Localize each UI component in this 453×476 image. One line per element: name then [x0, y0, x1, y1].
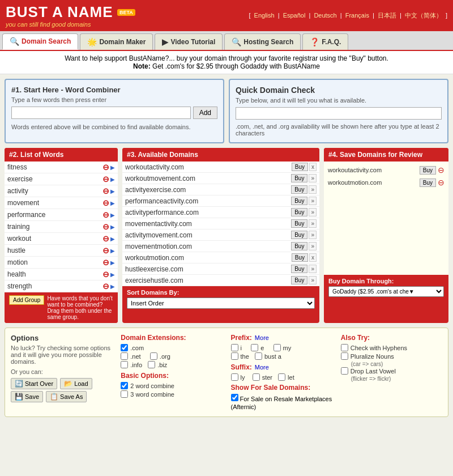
add-group-button[interactable]: Add Group [9, 295, 44, 305]
prefix-my-checkbox[interactable] [273, 344, 281, 351]
domain-buy-button[interactable]: Buy [291, 276, 307, 284]
word-arrow-button[interactable]: ▶ [110, 260, 115, 266]
suffix-ly-checkbox[interactable] [231, 373, 238, 381]
save-as-button[interactable]: 📋 Save As [46, 391, 87, 402]
domain-name: workoutactivity.com [125, 163, 292, 171]
lang-espanol[interactable]: Español [283, 12, 306, 19]
word-controls: ⊖ ▶ [102, 210, 115, 219]
tab-faq[interactable]: ❓ F.A.Q. [302, 33, 348, 50]
tab-video-tutorial[interactable]: ▶ Video Tutorial [155, 33, 223, 50]
three-word-checkbox[interactable] [121, 390, 128, 398]
remove-word-button[interactable]: ⊖ [102, 186, 109, 196]
domain-buy-button[interactable]: Buy [291, 197, 307, 205]
saved-remove-button[interactable]: ⊖ [438, 165, 445, 175]
domain-action-button[interactable]: » [309, 219, 317, 228]
domain-buy-button[interactable]: Buy [292, 163, 308, 171]
start-over-button[interactable]: 🔄 Start Over [11, 378, 57, 389]
prefix-i-checkbox[interactable] [231, 344, 238, 351]
save-button[interactable]: 💾 Save [11, 391, 43, 402]
suffix-more-link[interactable]: More [255, 364, 269, 371]
sort-select[interactable]: Insert Order [127, 298, 315, 309]
prefix-busta-checkbox[interactable] [255, 352, 262, 360]
domain-action-button[interactable]: » [309, 185, 317, 194]
drop-vowel-checkbox[interactable] [341, 367, 348, 375]
quick-check-title: Quick Domain Check [236, 86, 442, 95]
add-word-button[interactable]: Add [193, 107, 217, 119]
remove-word-button[interactable]: ⊖ [102, 258, 109, 267]
word-arrow-button[interactable]: ▶ [110, 271, 115, 278]
ext-biz-checkbox[interactable] [148, 361, 155, 368]
suffix-let-checkbox[interactable] [278, 373, 285, 381]
domain-action-button[interactable]: x [309, 253, 317, 262]
word-arrow-button[interactable]: ▶ [110, 248, 115, 254]
domain-action-button[interactable]: » [309, 197, 317, 205]
domain-action-button[interactable]: » [309, 276, 317, 284]
logo-title: BUST A NAME BETA [6, 3, 135, 21]
domain-buy-button[interactable]: Buy [292, 253, 308, 262]
remove-word-button[interactable]: ⊖ [102, 234, 109, 243]
ext-net-checkbox[interactable] [121, 352, 128, 360]
remove-word-button[interactable]: ⊖ [102, 198, 109, 207]
domain-buy-button[interactable]: Buy [291, 174, 307, 182]
remove-word-button[interactable]: ⊖ [102, 246, 109, 255]
word-arrow-button[interactable]: ▶ [110, 224, 115, 230]
word-arrow-button[interactable]: ▶ [110, 283, 115, 290]
word-arrow-button[interactable]: ▶ [110, 188, 115, 194]
domain-buy-button[interactable]: Buy [291, 231, 307, 239]
lang-english[interactable]: English [254, 12, 275, 19]
domain-action-button[interactable]: » [309, 231, 317, 239]
word-arrow-button[interactable]: ▶ [110, 200, 115, 206]
remove-word-button[interactable]: ⊖ [102, 210, 109, 219]
two-word-checkbox[interactable] [121, 382, 128, 389]
domain-buy-button[interactable]: Buy [291, 208, 307, 216]
quick-check-input[interactable] [236, 107, 442, 120]
domain-action-button[interactable]: » [309, 265, 317, 273]
lang-chinese[interactable]: 中文（简体） [405, 12, 442, 19]
domain-action-button[interactable]: x [309, 163, 317, 171]
prefix-header: Prefix: More [231, 334, 332, 342]
remove-word-button[interactable]: ⊖ [102, 163, 109, 172]
word-input[interactable] [11, 107, 191, 119]
word-name: strength [7, 282, 102, 290]
remove-word-button[interactable]: ⊖ [102, 222, 109, 231]
domain-buy-button[interactable]: Buy [291, 185, 307, 194]
word-arrow-button[interactable]: ▶ [110, 164, 115, 171]
saved-buy-button[interactable]: Buy [420, 178, 436, 187]
word-controls: ⊖ ▶ [102, 258, 115, 267]
tab-domain-search[interactable]: 🔍 Domain Search [2, 33, 78, 50]
saved-buy-button[interactable]: Buy [420, 166, 436, 175]
suffix-ster-checkbox[interactable] [253, 373, 260, 381]
prefix-the-checkbox[interactable] [231, 352, 238, 360]
word-controls: ⊖ ▶ [102, 234, 115, 243]
domain-buy-button[interactable]: Buy [291, 219, 307, 228]
ext-info-checkbox[interactable] [121, 361, 128, 368]
ext-com-checkbox[interactable] [121, 344, 128, 351]
saved-remove-button[interactable]: ⊖ [438, 178, 445, 187]
prefix-more-link[interactable]: More [255, 334, 269, 341]
suffix-header: Suffix: More [231, 363, 332, 371]
remove-word-button[interactable]: ⊖ [102, 282, 109, 291]
domain-action-button[interactable]: » [309, 174, 317, 182]
show-sale-checkbox[interactable] [231, 394, 238, 401]
lang-japanese[interactable]: 日本語 [378, 12, 396, 19]
domain-buy-button[interactable]: Buy [291, 265, 307, 273]
ext-org-checkbox[interactable] [150, 352, 157, 360]
remove-word-button[interactable]: ⊖ [102, 270, 109, 279]
hyphens-checkbox[interactable] [341, 344, 348, 351]
pluralize-checkbox[interactable] [341, 352, 348, 360]
word-arrow-button[interactable]: ▶ [110, 212, 115, 218]
tab-domain-maker[interactable]: 🌟 Domain Maker [80, 33, 153, 50]
lang-deutsch[interactable]: Deutsch [314, 12, 336, 19]
buy-through-select[interactable]: GoDaddy ($2.95 .com's at che▼ [328, 286, 444, 297]
lang-francais[interactable]: Français [345, 12, 369, 19]
prefix-i-label: i e my [231, 344, 332, 351]
domain-buy-button[interactable]: Buy [291, 242, 307, 250]
domain-action-button[interactable]: » [309, 242, 317, 250]
word-arrow-button[interactable]: ▶ [110, 176, 115, 182]
remove-word-button[interactable]: ⊖ [102, 175, 109, 184]
prefix-e-checkbox[interactable] [251, 344, 258, 351]
load-button[interactable]: 📂 Load [60, 378, 92, 389]
word-arrow-button[interactable]: ▶ [110, 236, 115, 242]
tab-hosting-search[interactable]: 🔍 Hosting Search [224, 33, 301, 50]
domain-action-button[interactable]: » [309, 208, 317, 216]
